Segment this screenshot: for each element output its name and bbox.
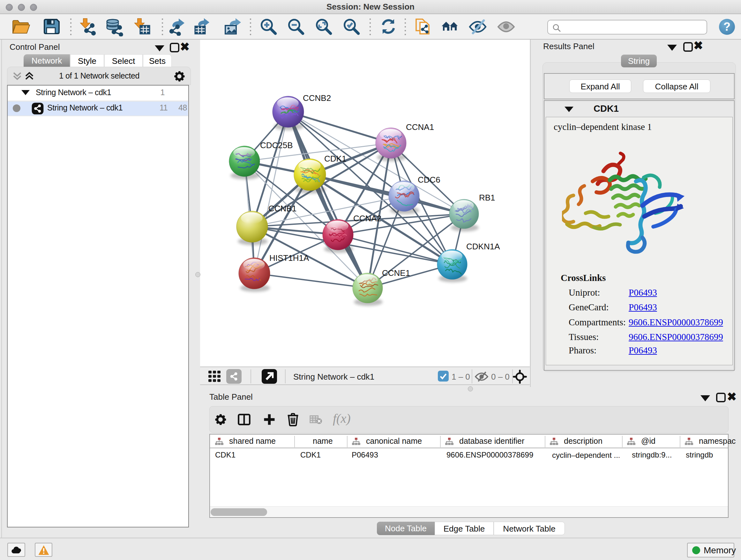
svg-text:RB1: RB1 xyxy=(479,193,495,202)
svg-text:CCNE1: CCNE1 xyxy=(382,268,410,278)
svg-text:CDKN1A: CDKN1A xyxy=(466,242,500,251)
svg-text:CDC6: CDC6 xyxy=(418,175,441,185)
svg-text:CDC25B: CDC25B xyxy=(260,140,293,150)
svg-text:CCNA1: CCNA1 xyxy=(406,122,434,132)
svg-text:CCNA2: CCNA2 xyxy=(353,213,381,223)
svg-text:CDK1: CDK1 xyxy=(324,154,346,164)
svg-text:HIST1H1A: HIST1H1A xyxy=(269,253,309,263)
svg-text:CCNB2: CCNB2 xyxy=(303,93,331,103)
svg-text:CCNB1: CCNB1 xyxy=(268,204,296,213)
